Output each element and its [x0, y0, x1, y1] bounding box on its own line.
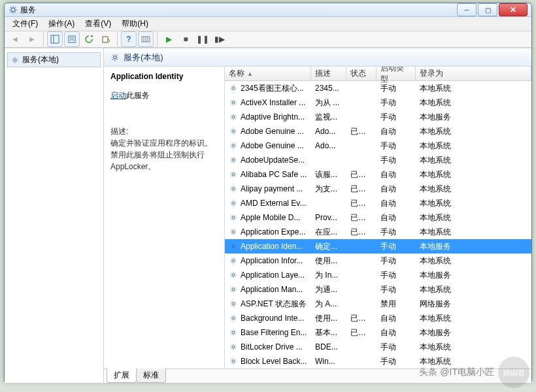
svg-rect-3 — [69, 36, 75, 42]
svg-point-28 — [232, 302, 235, 305]
table-row[interactable]: Adaptive Brightn...监视...手动本地服务 — [225, 110, 531, 124]
cell-startup: 手动 — [377, 342, 416, 353]
svg-point-18 — [232, 159, 235, 161]
svg-rect-6 — [103, 37, 108, 42]
svg-point-0 — [11, 8, 15, 12]
table-row[interactable]: AdobeUpdateSe...手动本地系统 — [225, 153, 531, 167]
main-pane: 服务(本地) Application Identity 启动此服务 描述: 确定… — [104, 48, 531, 383]
tab-extended[interactable]: 扩展 — [107, 368, 137, 383]
cell-startup: 手动 — [377, 83, 416, 94]
category-header: 服务(本地) — [124, 52, 163, 63]
tab-standard[interactable]: 标准 — [136, 368, 166, 383]
cell-name: Background Inte... — [241, 314, 304, 323]
cell-name: ASP.NET 状态服务 — [241, 299, 307, 310]
export-button[interactable] — [98, 31, 114, 47]
rows-container[interactable]: 2345看图王核心...2345...手动本地系统ActiveX Install… — [225, 81, 531, 368]
toolbar-extra-button[interactable] — [138, 31, 154, 47]
menu-action[interactable]: 操作(A) — [43, 17, 80, 31]
header-status[interactable]: 状态 — [346, 67, 377, 80]
forward-button[interactable]: ► — [24, 31, 40, 47]
table-row[interactable]: ActiveX Installer ...为从 ...手动本地系统 — [225, 95, 531, 110]
cell-startup: 自动 — [377, 184, 416, 195]
table-row[interactable]: Background Inte...使用...已启动自动本地系统 — [225, 311, 531, 325]
close-button[interactable]: ✕ — [499, 3, 528, 16]
cell-name: Application Man... — [241, 285, 303, 294]
menu-file[interactable]: 文件(F) — [7, 17, 43, 31]
table-row[interactable]: AMD External Ev...已启动自动本地系统 — [225, 196, 531, 210]
separator — [117, 32, 118, 46]
svg-point-17 — [232, 144, 235, 147]
start-service-button[interactable]: ▶ — [161, 31, 176, 47]
cell-logon: 本地系统 — [416, 342, 529, 353]
cell-startup: 自动 — [377, 198, 416, 209]
gear-icon — [229, 98, 238, 107]
table-row[interactable]: Alipay payment ...为支...已启动自动本地系统 — [225, 182, 531, 196]
back-button[interactable]: ◄ — [7, 31, 23, 47]
cell-startup: 手动 — [377, 155, 416, 166]
gear-icon — [229, 328, 238, 337]
header-description[interactable]: 描述 — [311, 67, 346, 80]
minimize-button[interactable]: ─ — [457, 3, 477, 16]
cell-startup: 手动 — [377, 284, 416, 295]
table-row[interactable]: Application Man...为通...手动本地系统 — [225, 282, 531, 297]
menu-help[interactable]: 帮助(H) — [116, 17, 154, 31]
cell-name: BitLocker Drive ... — [241, 342, 303, 351]
stop-service-button[interactable]: ■ — [178, 31, 193, 47]
table-row[interactable]: ASP.NET 状态服务为 A...禁用网络服务 — [225, 297, 531, 311]
cell-name: Adobe Genuine ... — [241, 141, 304, 150]
table-row[interactable]: 2345看图王核心...2345...手动本地系统 — [225, 81, 531, 95]
gear-icon — [229, 112, 238, 122]
svg-point-23 — [232, 231, 235, 233]
maximize-button[interactable]: ▢ — [478, 3, 497, 16]
table-row[interactable]: Apple Mobile D...Prov...已启动自动本地系统 — [225, 210, 531, 225]
cell-name: AMD External Ev... — [241, 199, 306, 208]
cell-name: ActiveX Installer ... — [241, 98, 305, 107]
cell-logon: 本地系统 — [416, 83, 529, 94]
svg-point-21 — [232, 202, 235, 204]
gear-icon — [229, 270, 238, 280]
info-pane: Application Identity 启动此服务 描述: 确定并验证应用程序… — [104, 67, 224, 368]
watermark-badge: 路由器 — [498, 357, 529, 388]
navigation-pane: 服务(本地) — [5, 48, 104, 383]
cell-description: 2345... — [311, 84, 346, 93]
table-row[interactable]: Application Laye...为 In...手动本地服务 — [225, 268, 531, 282]
help-button[interactable]: ? — [121, 31, 137, 47]
table-row[interactable]: Adobe Genuine ...Ado...已启动自动本地系统 — [225, 124, 531, 139]
restart-service-button[interactable]: ▮▶ — [212, 31, 227, 47]
start-link[interactable]: 启动 — [110, 91, 126, 100]
table-row[interactable]: BitLocker Drive ...BDE...手动本地系统 — [225, 340, 531, 354]
nav-services-local[interactable]: 服务(本地) — [7, 52, 101, 67]
svg-point-11 — [14, 59, 16, 61]
cell-description: Win... — [311, 357, 346, 366]
table-row[interactable]: Adobe Genuine ...Ado...手动本地系统 — [225, 139, 531, 153]
svg-point-26 — [232, 274, 235, 276]
cell-logon: 本地系统 — [416, 313, 529, 324]
show-hide-tree-button[interactable] — [47, 31, 63, 47]
cell-logon: 本地服务 — [416, 327, 529, 338]
table-row[interactable]: Application Infor...使用...手动本地系统 — [225, 253, 531, 268]
pause-service-button[interactable]: ❚❚ — [195, 31, 210, 47]
properties-button[interactable] — [64, 31, 80, 47]
cell-name: Base Filtering En... — [241, 328, 307, 337]
sort-asc-icon: ▲ — [247, 71, 253, 77]
cell-description: 为 A... — [311, 299, 346, 310]
menu-view[interactable]: 查看(V) — [80, 17, 116, 31]
table-row[interactable]: Application Expe...在应...已启动手动本地系统 — [225, 225, 531, 239]
cell-logon: 本地系统 — [416, 255, 529, 267]
titlebar[interactable]: 服务 ─ ▢ ✕ — [5, 3, 531, 17]
column-headers: 名称▲ 描述 状态 启动类型 登录为 — [225, 67, 531, 81]
cell-logon: 网络服务 — [416, 299, 529, 310]
cell-name: Application Iden... — [241, 242, 303, 251]
description-label: 描述: — [110, 126, 218, 137]
gear-icon — [229, 84, 238, 93]
refresh-button[interactable] — [81, 31, 97, 47]
table-row[interactable]: Base Filtering En...基本...已启动自动本地服务 — [225, 325, 531, 340]
header-name[interactable]: 名称▲ — [225, 67, 311, 80]
table-row[interactable]: Alibaba PC Safe ...该服...已启动自动本地系统 — [225, 167, 531, 182]
header-logon[interactable]: 登录为 — [416, 67, 531, 80]
table-row[interactable]: Application Iden...确定...手动本地服务 — [225, 239, 531, 253]
cell-name: Apple Mobile D... — [241, 213, 300, 222]
gear-icon — [229, 155, 238, 165]
svg-point-27 — [232, 288, 235, 291]
header-startup[interactable]: 启动类型 — [377, 67, 416, 80]
